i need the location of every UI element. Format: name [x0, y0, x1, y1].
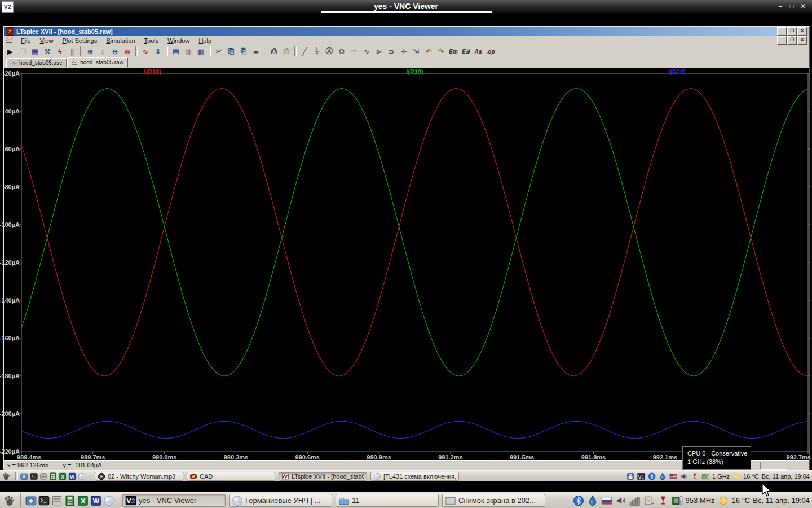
waveform-plot[interactable]: -20µA-40µA-60µA-80µA-100µA-120µA-140µA-1…	[0, 67, 812, 461]
remote-launcher-calculator-icon[interactable]	[49, 472, 57, 480]
remote-tray-volume-icon[interactable]	[680, 472, 688, 480]
menu-plot-settings[interactable]: Plot Settings	[58, 37, 102, 45]
toolbar-undo-button[interactable]: ↶	[422, 46, 435, 57]
remote-tray-bluetooth-icon[interactable]	[648, 472, 656, 480]
toolbar-net-label-button[interactable]: Ⓐ	[323, 46, 336, 57]
host-launcher-screenshot-icon[interactable]	[25, 495, 37, 506]
trace-label-i-r19[interactable]: I(R19)	[406, 68, 423, 75]
ltspice-child-close-button[interactable]: ✕	[797, 36, 807, 45]
toolbar-copy-button[interactable]: ⎘	[225, 46, 237, 57]
remote-task-cad[interactable]: CAD	[187, 472, 275, 481]
remote-launcher-screenshot-icon[interactable]	[20, 472, 28, 480]
host-task-германиевые-унч[interactable]: Германиевые УНЧ | ...	[229, 494, 332, 507]
vnc-close-button[interactable]: ✕	[797, 1, 809, 11]
host-tray-keyboard-layout-ru-icon[interactable]	[601, 495, 612, 506]
menu-view[interactable]: View	[36, 37, 58, 45]
host-tray-bluetooth-icon[interactable]	[573, 495, 584, 506]
toolbar-zoom-out-button[interactable]: ⊖	[109, 46, 121, 57]
host-weather-icon[interactable]	[718, 495, 729, 506]
host-launcher-file-manager-icon[interactable]	[51, 495, 63, 506]
toolbar-rotate-button[interactable]: E∃	[460, 46, 472, 57]
toolbar-zoom-full-extents-button[interactable]: ⊗	[121, 46, 134, 57]
toolbar-ground-button[interactable]: ⏚	[311, 46, 323, 57]
tab-hood-stab05-asc[interactable]: hood_stab05.asc	[6, 58, 67, 68]
host-tray-water-drop-icon[interactable]	[587, 495, 598, 506]
ltspice-close-button[interactable]: ✕	[797, 27, 807, 36]
trace-label-i-r20[interactable]: I(R20)	[668, 68, 686, 75]
remote-tray-water-drop-icon[interactable]	[659, 472, 667, 480]
toolbar-cut-button[interactable]: ✂	[213, 46, 225, 57]
vnc-maximize-button[interactable]: □	[786, 1, 797, 11]
toolbar-text-button[interactable]: Aa	[472, 46, 484, 57]
host-launcher-word-icon[interactable]: W	[90, 495, 102, 506]
menu-window[interactable]: Window	[163, 37, 194, 45]
toolbar-control-panel-button[interactable]: ⚒	[41, 46, 54, 57]
toolbar-paste-button[interactable]: ⎗	[237, 46, 250, 57]
remote-cpu-frequency[interactable]: 1 GHz	[712, 473, 730, 480]
host-tray-volume-icon[interactable]	[615, 495, 626, 506]
remote-task-tl431-схема-включения[interactable]: [TL431 схема включения, ...	[370, 472, 459, 481]
host-task-11[interactable]: 11	[336, 494, 439, 507]
remote-tray-wine-icon[interactable]	[691, 472, 699, 480]
menu-file[interactable]: File	[16, 37, 36, 45]
host-launcher-terminal-icon[interactable]	[38, 495, 50, 506]
host-tray-cpu-monitor-icon[interactable]	[672, 495, 683, 506]
toolbar-wire-button[interactable]: ╱	[298, 46, 311, 57]
toolbar-run-button[interactable]: ▶	[4, 46, 16, 57]
host-launcher-calculator-icon[interactable]	[64, 495, 76, 506]
remote-temperature[interactable]: 16 °C	[743, 473, 759, 480]
remote-launcher-browser-icon[interactable]	[78, 472, 86, 480]
toolbar-spice-directive-button[interactable]: .op	[484, 46, 497, 57]
remote-tray-battery-icon[interactable]	[701, 472, 709, 480]
remote-applications-menu[interactable]	[2, 472, 11, 481]
remote-task-02-witchy-woman-mp3[interactable]: 02 - Witchy Woman.mp3	[95, 472, 183, 481]
toolbar-component-button[interactable]: ⊃	[385, 46, 398, 57]
toolbar-print-preview-button[interactable]: ⎙	[280, 46, 293, 57]
toolbar-mirror-button[interactable]: Em	[447, 46, 460, 57]
toolbar-vertical-axis-button[interactable]: ⇕	[152, 46, 164, 57]
host-tray-wine-icon[interactable]	[657, 495, 669, 506]
toolbar-zoom-in-button[interactable]: ⊕	[84, 46, 96, 57]
toolbar-zoom-area-button[interactable]: ○	[96, 46, 109, 57]
remote-weather-icon[interactable]	[732, 472, 740, 480]
host-temperature[interactable]: 16 °C	[732, 496, 751, 505]
toolbar-move-button[interactable]: ✛	[398, 46, 410, 57]
ltspice-restore-button[interactable]: ❐	[787, 27, 797, 36]
host-tray-power-icon[interactable]	[643, 495, 655, 506]
remote-launcher-terminal-icon[interactable]	[30, 472, 38, 480]
ltspice-child-restore-button[interactable]: ❐	[787, 36, 797, 45]
host-launcher-excel-icon[interactable]: X	[77, 495, 89, 506]
trace-label-i-r18[interactable]: I(R18)	[144, 68, 161, 75]
remote-launcher-word-icon[interactable]: W	[68, 472, 76, 480]
remote-tray-save-state-icon[interactable]	[626, 472, 634, 480]
toolbar-tile-vertically-button[interactable]: ▥	[182, 46, 195, 57]
host-applications-menu[interactable]	[3, 494, 16, 507]
host-launcher-browser-icon[interactable]	[103, 495, 114, 506]
toolbar-redo-button[interactable]: ↷	[435, 46, 447, 57]
ltspice-minimize-button[interactable]: _	[777, 27, 787, 36]
menu-simulation[interactable]: Simulation	[102, 37, 139, 45]
toolbar-pause-button[interactable]: ∥	[66, 46, 78, 57]
host-tray-network-signal-icon[interactable]	[629, 495, 641, 506]
toolbar-halt-button[interactable]: ϟ	[54, 46, 66, 57]
toolbar-find-button[interactable]: ∞	[250, 46, 262, 57]
toolbar-open-button[interactable]: ❐	[16, 46, 29, 57]
toolbar-tile-horizontally-button[interactable]: ▤	[170, 46, 182, 57]
toolbar-cascade-windows-button[interactable]: ▩	[195, 46, 207, 57]
toolbar-print-button[interactable]: ⎙	[268, 46, 280, 57]
toolbar-resistor-button[interactable]: Ω	[336, 46, 348, 57]
toolbar-capacitor-button[interactable]: ⎓	[348, 46, 360, 57]
vnc-minimize-button[interactable]: –	[775, 1, 786, 11]
toolbar-drag-button[interactable]: ⇲	[410, 46, 422, 57]
remote-launcher-file-manager-icon[interactable]	[39, 472, 47, 480]
toolbar-save-button[interactable]: ▦	[29, 46, 41, 57]
ltspice-child-minimize-button[interactable]: _	[777, 36, 787, 45]
tab-hood-stab05-raw[interactable]: hood_stab05.raw	[67, 57, 128, 68]
remote-tray-keyboard-layout-us-icon[interactable]	[669, 472, 677, 480]
ltspice-titlebar[interactable]: ⚡ LTspice XVII - [hood_stab05.raw] _❐✕	[4, 27, 809, 36]
toolbar-autorange-y-button[interactable]: ∿	[139, 46, 152, 57]
host-cpu-frequency[interactable]: 953 MHz	[686, 496, 715, 505]
host-task-yes-vnc-viewer[interactable]: V2yes - VNC Viewer	[122, 494, 226, 507]
host-task-снимок-экрана-в-202[interactable]: Снимок экрана в 202...	[442, 494, 545, 507]
menu-tools[interactable]: Tools	[140, 37, 164, 45]
